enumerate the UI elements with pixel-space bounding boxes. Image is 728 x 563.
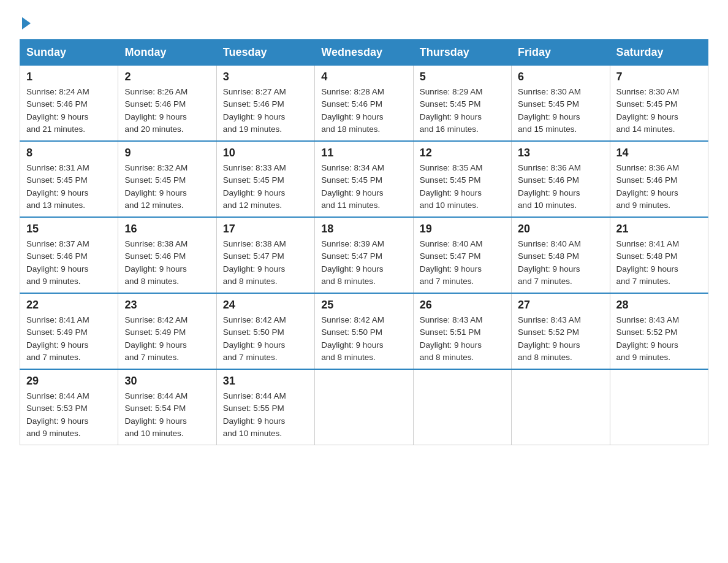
day-info: Sunrise: 8:42 AMSunset: 5:50 PMDaylight:… — [223, 315, 286, 362]
calendar-cell: 25Sunrise: 8:42 AMSunset: 5:50 PMDayligh… — [315, 293, 413, 369]
calendar-cell: 27Sunrise: 8:43 AMSunset: 5:52 PMDayligh… — [512, 293, 610, 369]
calendar-cell: 9Sunrise: 8:32 AMSunset: 5:45 PMDaylight… — [118, 141, 216, 217]
day-info: Sunrise: 8:38 AMSunset: 5:46 PMDaylight:… — [124, 239, 188, 286]
day-number: 27 — [518, 299, 603, 312]
day-info: Sunrise: 8:33 AMSunset: 5:45 PMDaylight:… — [223, 163, 286, 210]
calendar-cell: 26Sunrise: 8:43 AMSunset: 5:51 PMDayligh… — [413, 293, 511, 369]
day-number: 16 — [124, 223, 210, 236]
day-info: Sunrise: 8:43 AMSunset: 5:52 PMDaylight:… — [616, 315, 680, 362]
calendar-cell — [512, 369, 610, 445]
day-info: Sunrise: 8:36 AMSunset: 5:46 PMDaylight:… — [518, 163, 581, 210]
day-number: 21 — [616, 223, 702, 236]
day-number: 20 — [518, 223, 603, 236]
calendar-cell: 17Sunrise: 8:38 AMSunset: 5:47 PMDayligh… — [216, 217, 314, 293]
day-number: 15 — [26, 223, 112, 236]
day-number: 5 — [420, 71, 505, 83]
calendar-cell: 12Sunrise: 8:35 AMSunset: 5:45 PMDayligh… — [413, 141, 511, 217]
calendar-cell: 11Sunrise: 8:34 AMSunset: 5:45 PMDayligh… — [315, 141, 413, 217]
day-number: 22 — [26, 299, 112, 312]
day-info: Sunrise: 8:30 AMSunset: 5:45 PMDaylight:… — [518, 87, 581, 134]
calendar-cell — [315, 369, 413, 445]
day-info: Sunrise: 8:36 AMSunset: 5:46 PMDaylight:… — [616, 163, 680, 210]
header-sunday: Sunday — [20, 40, 118, 66]
header-monday: Monday — [118, 40, 216, 66]
calendar-cell: 7Sunrise: 8:30 AMSunset: 5:45 PMDaylight… — [610, 66, 708, 142]
day-info: Sunrise: 8:28 AMSunset: 5:46 PMDaylight:… — [321, 87, 384, 134]
day-number: 30 — [124, 375, 210, 388]
day-info: Sunrise: 8:38 AMSunset: 5:47 PMDaylight:… — [223, 239, 286, 286]
day-number: 28 — [616, 299, 702, 312]
day-number: 2 — [124, 71, 210, 83]
day-number: 8 — [26, 147, 112, 159]
day-info: Sunrise: 8:30 AMSunset: 5:45 PMDaylight:… — [616, 87, 680, 134]
header-thursday: Thursday — [413, 40, 511, 66]
calendar-cell: 1Sunrise: 8:24 AMSunset: 5:46 PMDaylight… — [20, 66, 118, 142]
calendar-cell: 3Sunrise: 8:27 AMSunset: 5:46 PMDaylight… — [216, 66, 314, 142]
day-number: 3 — [223, 71, 308, 83]
calendar-cell: 21Sunrise: 8:41 AMSunset: 5:48 PMDayligh… — [610, 217, 708, 293]
calendar-cell: 6Sunrise: 8:30 AMSunset: 5:45 PMDaylight… — [512, 66, 610, 142]
calendar-cell: 13Sunrise: 8:36 AMSunset: 5:46 PMDayligh… — [512, 141, 610, 217]
day-number: 17 — [223, 223, 308, 236]
day-number: 13 — [518, 147, 603, 159]
calendar-table: SundayMondayTuesdayWednesdayThursdayFrid… — [20, 39, 708, 445]
calendar-week-4: 22Sunrise: 8:41 AMSunset: 5:49 PMDayligh… — [20, 293, 708, 369]
day-number: 11 — [321, 147, 406, 159]
day-info: Sunrise: 8:41 AMSunset: 5:49 PMDaylight:… — [26, 315, 89, 362]
day-info: Sunrise: 8:40 AMSunset: 5:47 PMDaylight:… — [420, 239, 483, 286]
calendar-cell: 8Sunrise: 8:31 AMSunset: 5:45 PMDaylight… — [20, 141, 118, 217]
day-number: 25 — [321, 299, 406, 312]
day-info: Sunrise: 8:26 AMSunset: 5:46 PMDaylight:… — [124, 87, 188, 134]
calendar-cell: 23Sunrise: 8:42 AMSunset: 5:49 PMDayligh… — [118, 293, 216, 369]
header-friday: Friday — [512, 40, 610, 66]
calendar-cell: 18Sunrise: 8:39 AMSunset: 5:47 PMDayligh… — [315, 217, 413, 293]
calendar-week-1: 1Sunrise: 8:24 AMSunset: 5:46 PMDaylight… — [20, 66, 708, 142]
day-number: 6 — [518, 71, 603, 83]
day-number: 19 — [420, 223, 505, 236]
day-number: 14 — [616, 147, 702, 159]
day-number: 9 — [124, 147, 210, 159]
day-info: Sunrise: 8:27 AMSunset: 5:46 PMDaylight:… — [223, 87, 286, 134]
day-number: 29 — [26, 375, 112, 388]
calendar-cell: 14Sunrise: 8:36 AMSunset: 5:46 PMDayligh… — [610, 141, 708, 217]
logo — [20, 15, 31, 27]
header-wednesday: Wednesday — [315, 40, 413, 66]
calendar-cell — [610, 369, 708, 445]
day-info: Sunrise: 8:44 AMSunset: 5:53 PMDaylight:… — [26, 391, 89, 438]
calendar-cell: 10Sunrise: 8:33 AMSunset: 5:45 PMDayligh… — [216, 141, 314, 217]
calendar-week-5: 29Sunrise: 8:44 AMSunset: 5:53 PMDayligh… — [20, 369, 708, 445]
header-tuesday: Tuesday — [216, 40, 314, 66]
calendar-cell: 24Sunrise: 8:42 AMSunset: 5:50 PMDayligh… — [216, 293, 314, 369]
day-number: 23 — [124, 299, 210, 312]
day-info: Sunrise: 8:31 AMSunset: 5:45 PMDaylight:… — [26, 163, 89, 210]
calendar-cell: 5Sunrise: 8:29 AMSunset: 5:45 PMDaylight… — [413, 66, 511, 142]
logo-arrow-icon — [22, 17, 31, 29]
day-info: Sunrise: 8:42 AMSunset: 5:50 PMDaylight:… — [321, 315, 384, 362]
calendar-week-3: 15Sunrise: 8:37 AMSunset: 5:46 PMDayligh… — [20, 217, 708, 293]
calendar-cell: 16Sunrise: 8:38 AMSunset: 5:46 PMDayligh… — [118, 217, 216, 293]
day-number: 1 — [26, 71, 112, 83]
calendar-cell — [413, 369, 511, 445]
header-saturday: Saturday — [610, 40, 708, 66]
calendar-cell: 20Sunrise: 8:40 AMSunset: 5:48 PMDayligh… — [512, 217, 610, 293]
day-number: 10 — [223, 147, 308, 159]
calendar-cell: 30Sunrise: 8:44 AMSunset: 5:54 PMDayligh… — [118, 369, 216, 445]
calendar-header-row: SundayMondayTuesdayWednesdayThursdayFrid… — [20, 40, 708, 66]
calendar-body: 1Sunrise: 8:24 AMSunset: 5:46 PMDaylight… — [20, 66, 708, 445]
day-number: 7 — [616, 71, 702, 83]
day-info: Sunrise: 8:39 AMSunset: 5:47 PMDaylight:… — [321, 239, 384, 286]
day-info: Sunrise: 8:43 AMSunset: 5:52 PMDaylight:… — [518, 315, 581, 362]
day-info: Sunrise: 8:35 AMSunset: 5:45 PMDaylight:… — [420, 163, 483, 210]
calendar-cell: 31Sunrise: 8:44 AMSunset: 5:55 PMDayligh… — [216, 369, 314, 445]
day-number: 12 — [420, 147, 505, 159]
day-number: 31 — [223, 375, 308, 388]
calendar-week-2: 8Sunrise: 8:31 AMSunset: 5:45 PMDaylight… — [20, 141, 708, 217]
calendar-cell: 19Sunrise: 8:40 AMSunset: 5:47 PMDayligh… — [413, 217, 511, 293]
day-info: Sunrise: 8:41 AMSunset: 5:48 PMDaylight:… — [616, 239, 680, 286]
page-header — [20, 15, 708, 27]
day-info: Sunrise: 8:44 AMSunset: 5:55 PMDaylight:… — [223, 391, 286, 438]
day-info: Sunrise: 8:34 AMSunset: 5:45 PMDaylight:… — [321, 163, 384, 210]
calendar-cell: 4Sunrise: 8:28 AMSunset: 5:46 PMDaylight… — [315, 66, 413, 142]
day-info: Sunrise: 8:24 AMSunset: 5:46 PMDaylight:… — [26, 87, 89, 134]
day-number: 26 — [420, 299, 505, 312]
